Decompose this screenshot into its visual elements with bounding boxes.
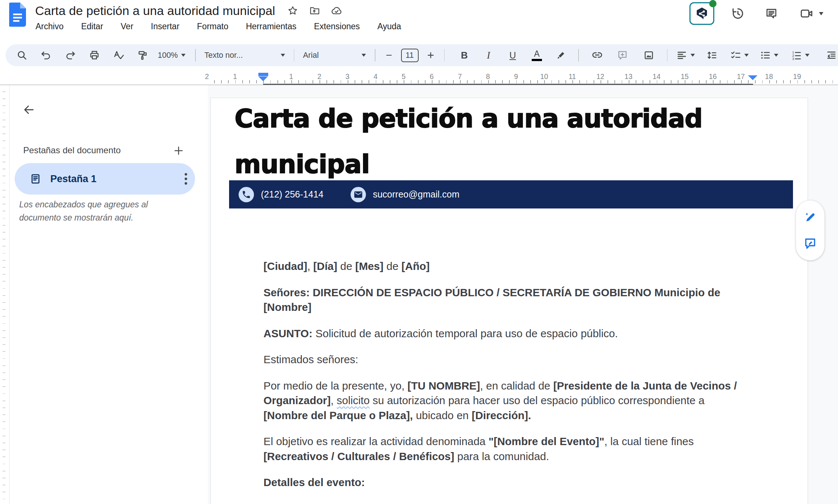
spelling-check-icon[interactable] <box>111 47 127 63</box>
font-select[interactable]: Arial <box>299 47 370 63</box>
redo-icon[interactable] <box>62 47 78 63</box>
right-indent-marker[interactable] <box>748 75 757 80</box>
close-panel-back-arrow[interactable] <box>17 98 41 121</box>
version-history-icon[interactable] <box>730 5 746 22</box>
document-title[interactable]: Carta de petición a una autoridad munici… <box>35 4 275 18</box>
menu-archivo[interactable]: Archivo <box>27 19 72 34</box>
insert-link-icon[interactable] <box>589 47 605 63</box>
decrease-font-size-button[interactable] <box>383 47 395 63</box>
menu-extensiones[interactable]: Extensiones <box>305 19 369 34</box>
ruler-number: 2 <box>205 72 209 81</box>
ruler-number: 11 <box>569 72 576 81</box>
menu-ver[interactable]: Ver <box>112 19 142 34</box>
zoom-select[interactable]: 100% <box>156 47 188 63</box>
paragraph[interactable]: El objetivo es realizar la actividad den… <box>263 434 768 464</box>
toolbar: 100% Texto nor... Arial 11 B I U A <box>5 44 838 66</box>
email-address[interactable]: sucorreo@gmail.com <box>373 189 460 200</box>
ruler-number: 1 <box>289 72 293 81</box>
ruler-number: 6 <box>430 72 434 81</box>
ruler-number: 19 <box>793 72 801 81</box>
bold-button[interactable]: B <box>456 47 472 63</box>
numbered-list-select[interactable]: 123 <box>791 47 809 63</box>
line-spacing-icon[interactable] <box>704 47 720 63</box>
tab-options-kebab-icon[interactable] <box>177 163 195 195</box>
menu-formato[interactable]: Formato <box>188 19 237 34</box>
align-select[interactable] <box>676 47 695 63</box>
paragraph[interactable]: Estimados señores: <box>263 352 768 367</box>
paragraph[interactable]: Por medio de la presente, yo, [TU NOMBRE… <box>263 379 768 423</box>
menubar: ArchivoEditarVerInsertarFormatoHerramien… <box>27 19 410 34</box>
phone-number[interactable]: (212) 256-1414 <box>261 189 323 200</box>
floating-action-pill <box>796 200 824 260</box>
phone-icon <box>239 187 254 202</box>
checklist-select[interactable] <box>730 47 749 63</box>
email-icon <box>351 187 366 202</box>
doc-heading[interactable]: Carta de petición a una autoridad munici… <box>235 96 740 187</box>
browser-extension-icon[interactable] <box>689 2 714 25</box>
vertical-ruler <box>0 85 10 504</box>
help-me-write-icon[interactable] <box>802 210 818 226</box>
ruler-number: 18 <box>765 72 773 81</box>
ruler-number: 17 <box>737 72 745 81</box>
ruler-number: 4 <box>374 72 378 81</box>
paragraph-styles-select[interactable]: Texto nor... <box>201 47 289 63</box>
highlight-color-icon[interactable] <box>553 47 569 63</box>
left-indent-marker[interactable] <box>258 73 268 81</box>
increase-font-size-button[interactable] <box>424 47 437 63</box>
font-size-input[interactable]: 11 <box>401 49 419 62</box>
ruler-number: 13 <box>625 72 633 81</box>
ruler-number: 9 <box>514 72 518 81</box>
tab-document-icon <box>30 173 41 185</box>
text-color-button[interactable]: A <box>529 47 545 63</box>
document-page[interactable]: Carta de petición a una autoridad munici… <box>210 98 808 504</box>
add-comment-icon[interactable] <box>614 47 631 63</box>
tabs-panel-title: Pestañas del documento <box>23 145 121 155</box>
menu-insertar[interactable]: Insertar <box>142 19 188 34</box>
horizontal-ruler[interactable]: 2112345678910111213141516171819 <box>0 72 838 85</box>
paint-format-icon[interactable] <box>135 47 151 63</box>
decrease-indent-icon[interactable] <box>823 47 838 63</box>
document-tab-item[interactable]: Pestaña 1 <box>15 163 195 195</box>
bulleted-list-select[interactable] <box>760 47 778 63</box>
star-icon[interactable] <box>285 3 301 19</box>
add-tab-button[interactable] <box>169 143 188 158</box>
insert-image-icon[interactable] <box>641 47 657 63</box>
google-docs-logo-icon[interactable] <box>9 3 26 27</box>
ruler-number: 3 <box>345 72 349 81</box>
contact-banner[interactable]: (212) 256-1414 sucorreo@gmail.com <box>229 180 793 208</box>
ruler-number: 12 <box>596 72 605 81</box>
ruler-number: 16 <box>709 72 717 81</box>
svg-text:3: 3 <box>792 57 794 61</box>
ruler-number: 7 <box>458 72 462 81</box>
paragraph[interactable]: [Ciudad], [Día] de [Mes] de [Año] <box>263 259 768 274</box>
ruler-number: 5 <box>402 72 406 81</box>
undo-icon[interactable] <box>38 47 54 63</box>
paragraph[interactable]: ASUNTO: Solicitud de autorización tempor… <box>263 326 768 341</box>
tab-label: Pestaña 1 <box>50 173 97 185</box>
comments-icon[interactable] <box>763 5 779 22</box>
italic-button[interactable]: I <box>480 47 497 63</box>
print-icon[interactable] <box>86 47 102 63</box>
meet-dropdown-caret[interactable] <box>819 12 823 15</box>
add-comment-floating-icon[interactable] <box>802 235 818 251</box>
paragraph[interactable]: Señores: DIRECCIÓN DE ESPACIO PÚBLICO / … <box>263 285 768 315</box>
menu-editar[interactable]: Editar <box>72 19 112 34</box>
ruler-number: 2 <box>317 72 321 81</box>
menu-herramientas[interactable]: Herramientas <box>237 19 305 34</box>
document-tabs-panel: Pestañas del documento Pestaña 1 Los enc… <box>10 85 208 504</box>
move-to-folder-icon[interactable] <box>307 3 323 19</box>
underline-button[interactable]: U <box>505 47 521 63</box>
ruler-number: 8 <box>486 72 490 81</box>
document-body-text[interactable]: [Ciudad], [Día] de [Mes] de [Año]Señores… <box>263 259 768 501</box>
tabs-panel-caption: Los encabezados que agregues al document… <box>19 198 148 224</box>
ruler-number: 10 <box>540 72 548 81</box>
meet-camera-icon[interactable] <box>798 5 815 22</box>
ruler-margin-bar <box>263 84 753 85</box>
search-menus-icon[interactable] <box>14 47 30 63</box>
menu-ayuda[interactable]: Ayuda <box>369 19 410 34</box>
paragraph[interactable]: Detalles del evento: <box>263 475 768 490</box>
ruler-number: 15 <box>681 72 689 81</box>
cloud-status-icon[interactable] <box>329 3 345 19</box>
ruler-number: 1 <box>233 72 237 81</box>
extension-status-dot <box>709 0 717 7</box>
